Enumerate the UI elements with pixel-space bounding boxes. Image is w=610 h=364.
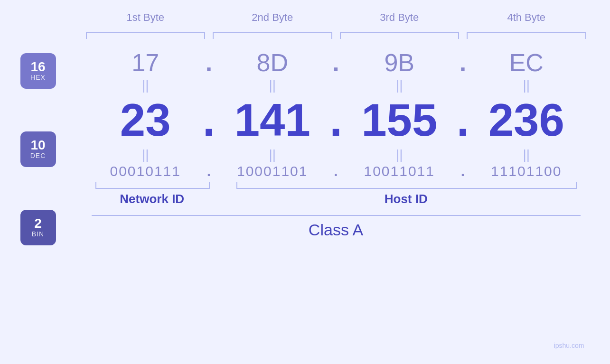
id-labels-row: Network ID Host ID xyxy=(82,192,590,206)
bracket-network xyxy=(95,182,210,189)
bin-dot-2: . xyxy=(327,163,346,179)
bin-byte-2: 10001101 xyxy=(218,163,327,179)
main-container: 1st Byte 2nd Byte 3rd Byte 4th Byte 16 H… xyxy=(20,11,590,353)
bin-dot-3: . xyxy=(453,163,472,179)
eq2-2: || xyxy=(218,146,327,163)
dec-row: 23 . 141 . 155 . 236 xyxy=(82,94,590,146)
dec-byte-1: 23 xyxy=(92,94,200,146)
byte-headers-row: 1st Byte 2nd Byte 3rd Byte 4th Byte xyxy=(20,11,590,28)
badges-column: 16 HEX 10 DEC 2 BIN xyxy=(20,48,82,288)
hex-dot-3: . xyxy=(453,48,472,77)
byte-header-3: 3rd Byte xyxy=(336,11,463,28)
bracket-top-3 xyxy=(340,32,460,39)
dec-byte-2: 141 xyxy=(218,94,327,146)
top-brackets xyxy=(82,32,590,39)
eq1-4: || xyxy=(472,77,581,94)
badge-dec: 10 DEC xyxy=(20,131,56,167)
dec-byte-4: 236 xyxy=(472,94,581,146)
class-label: Class A xyxy=(92,221,581,239)
watermark: ipshu.com xyxy=(554,342,584,349)
dec-dot-2: . xyxy=(327,94,346,146)
hex-dot-1: . xyxy=(199,48,218,77)
bottom-brackets xyxy=(82,182,590,189)
bin-byte-1: 00010111 xyxy=(92,163,200,179)
badge-dec-number: 10 xyxy=(30,139,45,152)
dec-byte-3: 155 xyxy=(346,94,454,146)
equals-row-2: || || || || xyxy=(82,146,590,163)
hex-dot-2: . xyxy=(327,48,346,77)
main-content-area: 16 HEX 10 DEC 2 BIN 17 . xyxy=(20,48,590,288)
dec-dot-3: . xyxy=(453,94,472,146)
bracket-host xyxy=(236,182,577,189)
dec-dot-1: . xyxy=(199,94,218,146)
host-id-label: Host ID xyxy=(232,192,581,206)
eq1-2: || xyxy=(218,77,327,94)
bin-byte-3: 10011011 xyxy=(346,163,454,179)
byte-header-4: 4th Byte xyxy=(463,11,590,28)
hex-byte-3: 9B xyxy=(346,48,454,77)
badge-dec-label: DEC xyxy=(30,152,46,159)
values-area: 17 . 8D . 9B . EC xyxy=(82,48,590,239)
class-bracket-line xyxy=(92,215,581,216)
bracket-top-4 xyxy=(467,32,586,39)
eq1-1: || xyxy=(92,77,200,94)
badge-hex: 16 HEX xyxy=(20,53,56,89)
badge-bin: 2 BIN xyxy=(20,210,56,245)
hex-byte-4: EC xyxy=(472,48,581,77)
bin-byte-4: 11101100 xyxy=(472,163,581,179)
eq1-3: || xyxy=(346,77,454,94)
badge-bin-number: 2 xyxy=(34,217,42,230)
hex-byte-2: 8D xyxy=(218,48,327,77)
hex-row: 17 . 8D . 9B . EC xyxy=(82,48,590,77)
class-section: Class A xyxy=(82,215,590,239)
bin-dot-1: . xyxy=(199,163,218,179)
hex-byte-1: 17 xyxy=(92,48,200,77)
badge-hex-number: 16 xyxy=(30,60,45,74)
badge-bin-label: BIN xyxy=(32,230,44,238)
badge-hex-label: HEX xyxy=(30,74,46,81)
byte-header-1: 1st Byte xyxy=(82,11,209,28)
eq2-4: || xyxy=(472,146,581,163)
equals-row-1: || || || || xyxy=(82,77,590,94)
eq2-3: || xyxy=(346,146,454,163)
network-id-label: Network ID xyxy=(92,192,213,206)
byte-header-2: 2nd Byte xyxy=(209,11,336,28)
eq2-1: || xyxy=(92,146,200,163)
bracket-top-2 xyxy=(213,32,332,39)
bin-row: 00010111 . 10001101 . 10011011 . xyxy=(82,163,590,179)
bracket-top-1 xyxy=(86,32,206,39)
